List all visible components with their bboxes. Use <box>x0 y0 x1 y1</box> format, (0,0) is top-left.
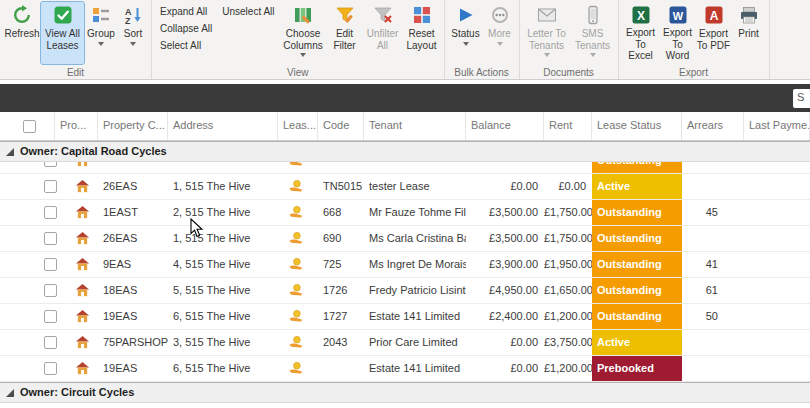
mobile-phone-icon <box>583 5 603 26</box>
ribbon-group-label-bulk-actions: Bulk Actions <box>445 67 519 78</box>
lease-row[interactable]: Outstanding <box>0 162 810 174</box>
lease-status-badge: Outstanding <box>592 226 682 251</box>
row-checkbox-cell <box>0 174 55 199</box>
address-cell: 3, 515 The Hive <box>168 330 278 355</box>
choose-columns-label: Choose Columns <box>281 28 326 51</box>
hand-coin-icon <box>288 162 303 168</box>
last-payment-cell <box>744 226 810 251</box>
balance-cell: £0.00 <box>466 356 544 381</box>
house-icon <box>75 335 90 350</box>
export-to-excel-label: Export To Excel <box>623 27 659 62</box>
chevron-down-icon <box>300 53 306 57</box>
edit-filter-button[interactable]: Edit Filter <box>327 2 363 64</box>
search-box[interactable]: S <box>793 89 810 108</box>
group-row-label: Owner: Circuit Cycles <box>20 386 134 398</box>
word-icon: W <box>668 5 688 25</box>
lease-row[interactable]: 26EAS1, 515 The Hive690Ms Carla Cristina… <box>0 226 810 252</box>
code-cell: 1727 <box>318 304 364 329</box>
lease-type-cell <box>278 162 318 173</box>
select-all-button[interactable]: Select All <box>157 37 215 54</box>
column-header-code[interactable]: Code <box>318 112 364 140</box>
group-row-capital-road-cycles[interactable]: Owner: Capital Road Cycles <box>0 141 810 162</box>
collapse-all-button[interactable]: Collapse All <box>157 20 215 37</box>
hand-coin-icon <box>288 205 303 220</box>
lease-row[interactable]: 26EAS1, 515 The HiveTN5015tester Lease£0… <box>0 174 810 200</box>
house-icon <box>75 231 90 246</box>
column-header-property-c[interactable]: Property C... <box>98 112 168 140</box>
sort-button[interactable]: AZ Sort <box>118 2 148 64</box>
lease-status-cell: Outstanding <box>592 278 682 303</box>
export-to-pdf-button[interactable]: A Export To PDF <box>696 2 732 64</box>
column-header-balance[interactable]: Balance <box>466 112 544 140</box>
lease-row[interactable]: 18EAS5, 515 The Hive1726Fredy Patricio L… <box>0 278 810 304</box>
lease-status-badge: Outstanding <box>592 278 682 303</box>
refresh-button[interactable]: Refresh <box>3 2 41 64</box>
lease-status-cell: Outstanding <box>592 200 682 225</box>
ribbon: Refresh View All Leases Group AZ Sort Ed <box>0 0 810 80</box>
code-cell <box>318 356 364 381</box>
export-to-excel-button[interactable]: X Export To Excel <box>622 2 660 64</box>
lease-row[interactable]: 75PARSHOP3, 515 The Hive2043Prior Care L… <box>0 330 810 356</box>
row-checkbox-cell <box>0 304 55 329</box>
sms-tenants-button[interactable]: SMS Tenants <box>571 2 615 64</box>
arrears-cell <box>682 174 744 199</box>
row-checkbox-cell <box>0 200 55 225</box>
column-header-lease-status[interactable]: Lease Status <box>592 112 682 140</box>
sort-icon: AZ <box>123 5 143 26</box>
arrears-cell <box>682 356 744 381</box>
column-header-leas[interactable]: Leas... <box>278 112 318 140</box>
column-header-address[interactable]: Address <box>168 112 278 140</box>
reset-layout-button[interactable]: Reset Layout <box>403 2 441 64</box>
lease-row[interactable]: 19EAS6, 515 The Hive1727Estate 141 Limit… <box>0 304 810 330</box>
ribbon-group-label-documents: Documents <box>520 67 618 78</box>
last-payment-cell <box>744 304 810 329</box>
column-header-rent[interactable]: Rent <box>544 112 592 140</box>
balance-cell <box>466 162 544 173</box>
collapse-group-icon[interactable] <box>6 148 14 156</box>
unselect-all-button[interactable]: Unselect All <box>219 3 277 20</box>
hand-coin-icon <box>288 179 303 194</box>
excel-icon: X <box>631 5 651 25</box>
lease-row[interactable]: 9EAS4, 515 The Hive725Ms Ingret De Morai… <box>0 252 810 278</box>
column-header-pro[interactable]: Pro... <box>55 112 98 140</box>
group-button[interactable]: Group <box>84 2 118 64</box>
view-all-leases-button[interactable]: View All Leases <box>41 2 84 64</box>
rent-cell: £1,200.00 <box>544 304 592 329</box>
lease-status-cell: Prebooked <box>592 356 682 381</box>
row-checkbox-cell <box>0 330 55 355</box>
hand-coin-icon <box>288 335 303 350</box>
group-row-label: Owner: Capital Road Cycles <box>20 145 167 157</box>
column-header-tenant[interactable]: Tenant <box>364 112 466 140</box>
select-all-checkbox[interactable] <box>23 120 36 133</box>
envelope-icon <box>537 5 557 26</box>
property-type-cell <box>55 200 98 225</box>
group-row-circuit-cycles[interactable]: Owner: Circuit Cycles <box>0 382 810 403</box>
column-header-last-payme[interactable]: Last Payme... <box>744 112 810 140</box>
lease-row[interactable]: 1EAST2, 515 The Hive668Mr Fauze Tohme Fi… <box>0 200 810 226</box>
svg-text:W: W <box>672 10 683 22</box>
ribbon-group-documents: Letter To Tenants SMS Tenants Documents <box>520 0 619 79</box>
house-icon <box>75 179 90 194</box>
lease-status-badge: Outstanding <box>592 252 682 277</box>
expand-all-button[interactable]: Expand All <box>157 3 215 20</box>
collapse-group-icon[interactable] <box>6 389 14 397</box>
property-code-cell: 75PARSHOP <box>98 330 168 355</box>
column-header-select-all[interactable] <box>0 112 55 140</box>
unfilter-all-button[interactable]: Unfilter All <box>363 2 403 64</box>
rent-cell <box>544 162 592 173</box>
more-button[interactable]: More <box>484 2 516 64</box>
letter-to-tenants-button[interactable]: Letter To Tenants <box>523 2 571 64</box>
export-to-word-button[interactable]: W Export To Word <box>660 2 696 64</box>
tenant-cell: Fredy Patricio Lisintu... <box>364 278 466 303</box>
column-header-arrears[interactable]: Arrears <box>682 112 744 140</box>
arrears-cell: 41 <box>682 252 744 277</box>
property-code-cell: 1EAST <box>98 200 168 225</box>
tenant-cell: Estate 141 Limited <box>364 356 466 381</box>
print-button[interactable]: Print <box>732 2 766 64</box>
choose-columns-button[interactable]: Choose Columns <box>280 2 327 64</box>
status-button[interactable]: Status <box>448 2 484 64</box>
property-type-cell <box>55 330 98 355</box>
search-box-text: S <box>797 91 804 103</box>
property-type-cell <box>55 162 98 173</box>
lease-row[interactable]: 19EAS6, 515 The HiveEstate 141 Limited£0… <box>0 356 810 382</box>
